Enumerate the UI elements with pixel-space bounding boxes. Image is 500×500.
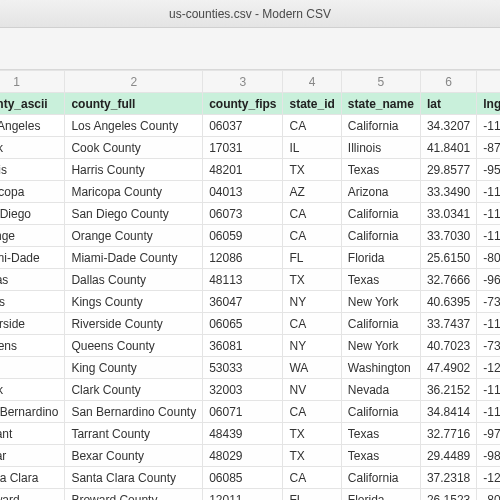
cell-county_full[interactable]: Santa Clara County [65, 467, 203, 489]
cell-state_name[interactable]: Nevada [341, 379, 420, 401]
cell-county_ascii[interactable]: Queens [0, 335, 65, 357]
cell-state_name[interactable]: New York [341, 335, 420, 357]
cell-state_id[interactable]: FL [283, 247, 341, 269]
cell-county_full[interactable]: Kings County [65, 291, 203, 313]
cell-county_fips[interactable]: 36047 [203, 291, 283, 313]
spreadsheet-viewport[interactable]: 1 2 3 4 5 6 county_ascii county_full cou… [0, 70, 500, 500]
cell-state_name[interactable]: Florida [341, 247, 420, 269]
header-cell-county-fips[interactable]: county_fips [203, 93, 283, 115]
cell-state_id[interactable]: NY [283, 291, 341, 313]
cell-county_fips[interactable]: 48113 [203, 269, 283, 291]
cell-county_fips[interactable]: 06059 [203, 225, 283, 247]
cell-lat[interactable]: 40.7023 [420, 335, 476, 357]
cell-state_id[interactable]: FL [283, 489, 341, 501]
cell-lng[interactable]: -118 [477, 115, 500, 137]
cell-state_id[interactable]: CA [283, 401, 341, 423]
cell-state_id[interactable]: WA [283, 357, 341, 379]
cell-lng[interactable]: -80 [477, 247, 500, 269]
cell-state_name[interactable]: California [341, 203, 420, 225]
cell-state_id[interactable]: TX [283, 423, 341, 445]
cell-lat[interactable]: 29.8577 [420, 159, 476, 181]
cell-lng[interactable]: -116 [477, 401, 500, 423]
cell-lat[interactable]: 26.1523 [420, 489, 476, 501]
cell-state_name[interactable]: California [341, 313, 420, 335]
cell-county_ascii[interactable]: Harris [0, 159, 65, 181]
cell-county_fips[interactable]: 48201 [203, 159, 283, 181]
cell-lat[interactable]: 33.3490 [420, 181, 476, 203]
cell-lng[interactable]: -97 [477, 423, 500, 445]
cell-county_fips[interactable]: 06037 [203, 115, 283, 137]
col-number[interactable]: 3 [203, 71, 283, 93]
cell-county_ascii[interactable]: Santa Clara [0, 467, 65, 489]
header-cell-state-id[interactable]: state_id [283, 93, 341, 115]
cell-county_ascii[interactable]: Tarrant [0, 423, 65, 445]
cell-lat[interactable]: 33.7437 [420, 313, 476, 335]
cell-county_fips[interactable]: 32003 [203, 379, 283, 401]
cell-county_ascii[interactable]: Cook [0, 137, 65, 159]
cell-lat[interactable]: 33.7030 [420, 225, 476, 247]
cell-county_fips[interactable]: 06085 [203, 467, 283, 489]
cell-lat[interactable]: 36.2152 [420, 379, 476, 401]
cell-lng[interactable]: -117 [477, 225, 500, 247]
cell-county_full[interactable]: Clark County [65, 379, 203, 401]
cell-county_full[interactable]: Dallas County [65, 269, 203, 291]
cell-state_name[interactable]: California [341, 467, 420, 489]
cell-lat[interactable]: 33.0341 [420, 203, 476, 225]
col-number[interactable]: 6 [420, 71, 476, 93]
cell-lng[interactable]: -80 [477, 489, 500, 501]
window-titlebar[interactable]: us-counties.csv - Modern CSV [0, 0, 500, 28]
cell-state_name[interactable]: Texas [341, 445, 420, 467]
cell-county_full[interactable]: Harris County [65, 159, 203, 181]
cell-county_ascii[interactable]: Miami-Dade [0, 247, 65, 269]
cell-lat[interactable]: 32.7716 [420, 423, 476, 445]
cell-county_ascii[interactable]: Bexar [0, 445, 65, 467]
cell-state_name[interactable]: California [341, 115, 420, 137]
cell-state_name[interactable]: California [341, 225, 420, 247]
cell-county_fips[interactable]: 04013 [203, 181, 283, 203]
cell-lng[interactable]: -122 [477, 357, 500, 379]
cell-lng[interactable]: -73 [477, 291, 500, 313]
cell-county_ascii[interactable]: Orange [0, 225, 65, 247]
cell-lat[interactable]: 32.7666 [420, 269, 476, 291]
cell-lat[interactable]: 47.4902 [420, 357, 476, 379]
header-cell-county-full[interactable]: county_full [65, 93, 203, 115]
cell-lng[interactable]: -87 [477, 137, 500, 159]
cell-county_fips[interactable]: 06073 [203, 203, 283, 225]
cell-state_name[interactable]: Arizona [341, 181, 420, 203]
header-cell-county-ascii[interactable]: county_ascii [0, 93, 65, 115]
col-number[interactable]: 4 [283, 71, 341, 93]
cell-lng[interactable]: -96 [477, 269, 500, 291]
cell-county_ascii[interactable]: Dallas [0, 269, 65, 291]
cell-lat[interactable]: 41.8401 [420, 137, 476, 159]
cell-county_full[interactable]: King County [65, 357, 203, 379]
cell-lat[interactable]: 37.2318 [420, 467, 476, 489]
cell-county_fips[interactable]: 48029 [203, 445, 283, 467]
cell-lat[interactable]: 34.8414 [420, 401, 476, 423]
cell-county_full[interactable]: Bexar County [65, 445, 203, 467]
cell-county_full[interactable]: San Diego County [65, 203, 203, 225]
cell-county_fips[interactable]: 12011 [203, 489, 283, 501]
cell-state_id[interactable]: TX [283, 159, 341, 181]
cell-county_full[interactable]: Los Angeles County [65, 115, 203, 137]
cell-state_id[interactable]: AZ [283, 181, 341, 203]
cell-county_fips[interactable]: 17031 [203, 137, 283, 159]
cell-lng[interactable]: -121 [477, 467, 500, 489]
cell-state_name[interactable]: Washington [341, 357, 420, 379]
cell-state_name[interactable]: California [341, 401, 420, 423]
cell-state_name[interactable]: Texas [341, 269, 420, 291]
cell-county_ascii[interactable]: Kings [0, 291, 65, 313]
cell-lng[interactable]: -98 [477, 445, 500, 467]
cell-county_full[interactable]: Riverside County [65, 313, 203, 335]
cell-state_name[interactable]: Florida [341, 489, 420, 501]
cell-state_name[interactable]: Texas [341, 159, 420, 181]
cell-state_id[interactable]: NV [283, 379, 341, 401]
cell-state_id[interactable]: CA [283, 225, 341, 247]
cell-state_id[interactable]: CA [283, 313, 341, 335]
cell-county_full[interactable]: San Bernardino County [65, 401, 203, 423]
cell-lng[interactable]: -95 [477, 159, 500, 181]
col-number[interactable] [477, 71, 500, 93]
header-cell-lng[interactable]: lng [477, 93, 500, 115]
cell-county_ascii[interactable]: King [0, 357, 65, 379]
header-cell-lat[interactable]: lat [420, 93, 476, 115]
cell-lng[interactable]: -112 [477, 181, 500, 203]
